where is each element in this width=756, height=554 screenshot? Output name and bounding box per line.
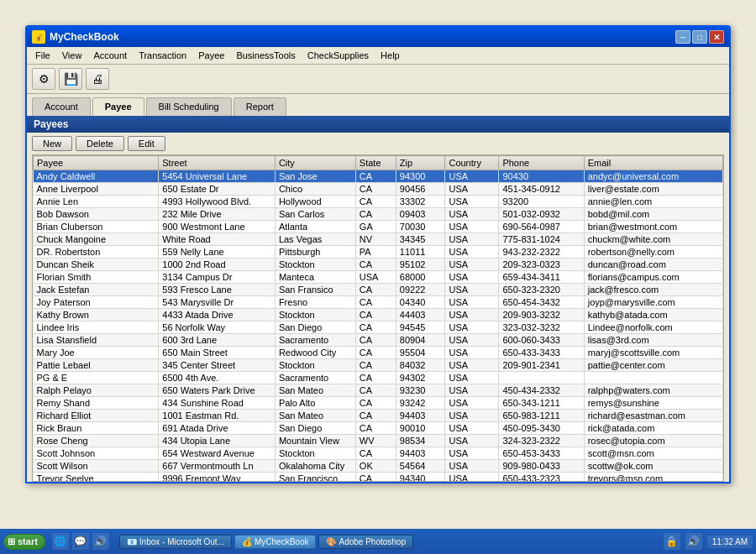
cell-state: CA	[355, 309, 396, 321]
tab-payee[interactable]: Payee	[92, 97, 144, 116]
cell-payee: Trevor Seelye	[34, 473, 159, 483]
new-button[interactable]: New	[32, 136, 72, 151]
menu-item-transaction[interactable]: Transaction	[134, 49, 192, 62]
menu-item-help[interactable]: Help	[375, 49, 405, 62]
table-row[interactable]: DR. Robertston559 Nelly LanePittsburghPA…	[34, 246, 723, 259]
col-header-zip[interactable]: Zip	[396, 156, 445, 170]
table-row[interactable]: Pattie Lebael345 Center StreetStocktonCA…	[34, 359, 723, 372]
table-row[interactable]: Trevor Seelye9996 Fremont WaySan Francis…	[34, 473, 723, 483]
payees-table-container[interactable]: Payee Street City State Zip Country Phon…	[32, 154, 724, 482]
menu-item-businesstools[interactable]: BusinessTools	[231, 49, 300, 62]
maximize-button[interactable]: □	[692, 30, 707, 44]
cell-country: USA	[445, 460, 499, 473]
cell-country: USA	[445, 447, 499, 460]
menu-item-account[interactable]: Account	[88, 49, 132, 62]
taskbar-quick-launch: 🌐 💬 🔊	[52, 533, 109, 550]
cell-zip: 90456	[396, 183, 445, 196]
title-bar-buttons: ─ □ ✕	[675, 30, 724, 44]
table-row[interactable]: Lindee Iris56 Norfolk WaySan DiegoCA9454…	[34, 321, 723, 334]
table-row[interactable]: Mary Joe650 Main StreetRedwood CityCA955…	[34, 347, 723, 359]
ie-icon[interactable]: 🌐	[52, 533, 69, 550]
cell-city: Sacramento	[275, 334, 355, 347]
settings-toolbar-button[interactable]: ⚙	[32, 68, 55, 90]
table-row[interactable]: Scott Wilson667 Vermontmouth LnOkalahoma…	[34, 460, 723, 473]
table-row[interactable]: Richard Elliot1001 Eastman Rd.San MateoC…	[34, 410, 723, 422]
cell-state: CA	[355, 334, 396, 347]
cell-zip: 09403	[396, 208, 445, 221]
media-icon[interactable]: 💬	[72, 533, 89, 550]
menu-item-payee[interactable]: Payee	[193, 49, 229, 62]
taskbar-photoshop[interactable]: 🎨 Adobe Photoshop	[318, 535, 413, 549]
cell-street: 600 3rd Lane	[159, 334, 276, 347]
cell-phone: 659-434-3411	[499, 271, 584, 284]
cell-phone: 501-032-0932	[499, 208, 584, 221]
table-row[interactable]: Rose Cheng434 Utopia LaneMountain ViewWV…	[34, 435, 723, 447]
taskbar-mycheckbook[interactable]: 💰 MyCheckBook	[234, 535, 316, 549]
cell-street: 6500 4th Ave.	[159, 372, 276, 384]
cell-email: bobd@mil.com	[584, 208, 722, 221]
table-row[interactable]: Chuck MangoineWhite RoadLas VegasNV34345…	[34, 233, 723, 246]
table-row[interactable]: PG & E6500 4th Ave.SacramentoCA94302USA	[34, 372, 723, 384]
minimize-button[interactable]: ─	[675, 30, 690, 44]
table-row[interactable]: Annie Len4993 Hollywood Blvd.HollywoodCA…	[34, 196, 723, 208]
table-row[interactable]: Anne Liverpool650 Estate DrChicoCA90456U…	[34, 183, 723, 196]
col-header-country[interactable]: Country	[445, 156, 499, 170]
cell-phone: 600-060-3433	[499, 334, 584, 347]
save-toolbar-button[interactable]: 💾	[59, 68, 82, 90]
table-row[interactable]: Duncan Sheik1000 2nd RoadStocktonCA95102…	[34, 259, 723, 271]
table-row[interactable]: Brian Cluberson900 Westmont LaneAtlantaG…	[34, 221, 723, 233]
print-toolbar-button[interactable]: 🖨	[86, 68, 109, 90]
cell-email: scott@msn.com	[584, 447, 722, 460]
close-button[interactable]: ✕	[709, 30, 724, 44]
cell-email: ralphp@waters.com	[584, 384, 722, 397]
cell-payee: Lisa Stansfield	[34, 334, 159, 347]
cell-state: CA	[355, 422, 396, 435]
col-header-phone[interactable]: Phone	[499, 156, 584, 170]
cell-street: 900 Westmont Lane	[159, 221, 276, 233]
col-header-city[interactable]: City	[275, 156, 355, 170]
table-row[interactable]: Andy Caldwell5454 Universal LaneSan Jose…	[34, 170, 723, 183]
cell-email: rick@atada.com	[584, 422, 722, 435]
tab-account[interactable]: Account	[32, 97, 91, 116]
table-row[interactable]: Scott Johnson654 Westward AvenueStockton…	[34, 447, 723, 460]
cell-city: Sacramento	[275, 372, 355, 384]
table-row[interactable]: Rick Braun691 Atada DriveSan DiegoCA9001…	[34, 422, 723, 435]
cell-email: florians@campus.com	[584, 271, 722, 284]
cell-zip: 84032	[396, 359, 445, 372]
cell-street: 3134 Campus Dr	[159, 271, 276, 284]
cell-country: USA	[445, 246, 499, 259]
table-row[interactable]: Remy Shand434 Sunshine RoadPalo AltoCA93…	[34, 397, 723, 410]
cell-zip: 94545	[396, 321, 445, 334]
table-row[interactable]: Joy Paterson543 Marysville DrFresnoCA043…	[34, 296, 723, 309]
menu-item-file[interactable]: File	[30, 49, 55, 62]
col-header-street[interactable]: Street	[159, 156, 276, 170]
cell-state: CA	[355, 447, 396, 460]
menu-item-view[interactable]: View	[57, 49, 87, 62]
start-button[interactable]: ⊞ start	[3, 534, 45, 550]
section-header: Payees	[27, 116, 729, 133]
cell-phone: 450-434-2332	[499, 384, 584, 397]
col-header-payee[interactable]: Payee	[34, 156, 159, 170]
delete-button[interactable]: Delete	[76, 136, 124, 151]
table-row[interactable]: Bob Dawson232 Mile DriveSan CarlosCA0940…	[34, 208, 723, 221]
cell-city: San Mateo	[275, 384, 355, 397]
cell-phone: 650-983-1211	[499, 410, 584, 422]
cell-phone: 650-454-3432	[499, 296, 584, 309]
cell-zip: 94302	[396, 372, 445, 384]
taskbar-outlook[interactable]: 📧 Inbox - Microsoft Out...	[119, 535, 232, 549]
edit-button[interactable]: Edit	[128, 136, 165, 151]
cell-zip: 94403	[396, 410, 445, 422]
table-row[interactable]: Florian Smith3134 Campus DrMantecaUSA680…	[34, 271, 723, 284]
menu-item-checksupplies[interactable]: CheckSupplies	[302, 49, 374, 62]
tab-bill-scheduling[interactable]: Bill Scheduling	[146, 97, 232, 116]
volume-icon[interactable]: 🔊	[92, 533, 109, 550]
cell-city: Hollywood	[275, 196, 355, 208]
col-header-email[interactable]: Email	[584, 156, 722, 170]
col-header-state[interactable]: State	[355, 156, 396, 170]
table-row[interactable]: Kathy Brown4433 Atada DriveStocktonCA444…	[34, 309, 723, 321]
table-row[interactable]: Jack Estefan593 Fresco LaneSan FransicoC…	[34, 284, 723, 296]
tab-report[interactable]: Report	[234, 97, 286, 116]
table-row[interactable]: Lisa Stansfield600 3rd LaneSacramentoCA8…	[34, 334, 723, 347]
table-row[interactable]: Ralph Pelayo650 Waters Park DriveSan Mat…	[34, 384, 723, 397]
cell-payee: Lindee Iris	[34, 321, 159, 334]
